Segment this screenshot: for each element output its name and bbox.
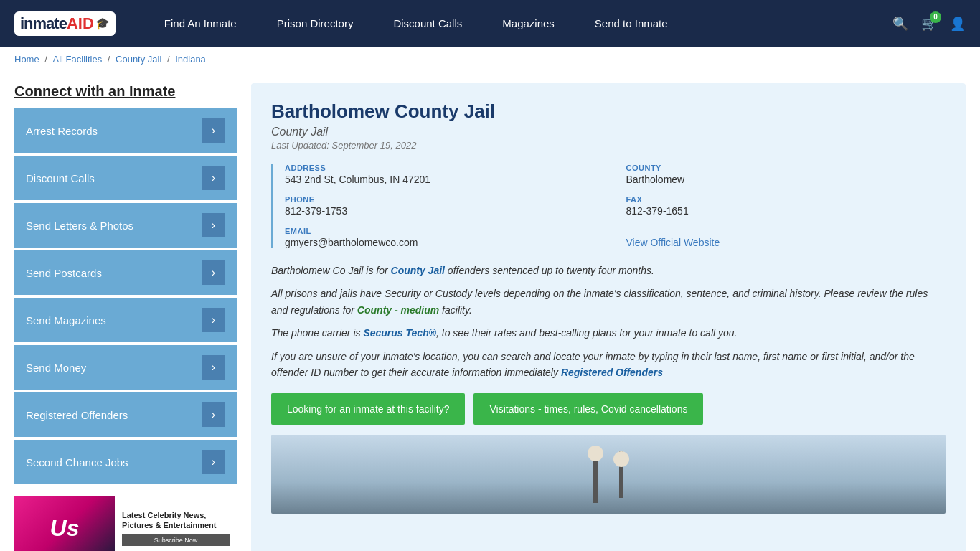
website-spacer (626, 227, 946, 235)
website-block: View Official Website (626, 227, 946, 248)
county-block: COUNTY Bartholomew (626, 164, 946, 185)
light-pole-1 (593, 446, 598, 503)
arrow-icon: › (202, 355, 225, 380)
phone-label: PHONE (285, 195, 605, 204)
website-link[interactable]: View Official Website (626, 237, 720, 248)
address-block: ADDRESS 543 2nd St, Columbus, IN 47201 (285, 164, 605, 185)
ad-text: Latest Celebrity News, Pictures & Entert… (115, 496, 237, 551)
county-jail-link1[interactable]: County Jail (391, 265, 445, 276)
breadcrumb-sep2: / (108, 54, 113, 65)
sidebar-item-second-chance[interactable]: Second Chance Jobs › (14, 440, 237, 484)
sidebar-item-label: Registered Offenders (26, 409, 128, 421)
nav-find-inmate[interactable]: Find An Inmate (144, 1, 257, 45)
nav-icons: 🔍 🛒 0 👤 (892, 16, 966, 32)
facility-image (271, 435, 946, 514)
nav-links: Find An Inmate Prison Directory Discount… (144, 1, 892, 45)
logo[interactable]: inmateAID🎓 (14, 11, 116, 36)
sidebar-title: Connect with an Inmate (14, 83, 237, 100)
nav-magazines[interactable]: Magazines (482, 1, 575, 45)
arrow-icon: › (202, 402, 225, 427)
sidebar-item-send-letters[interactable]: Send Letters & Photos › (14, 203, 237, 248)
cart-button[interactable]: 🛒 0 (921, 16, 937, 32)
sidebar-item-send-postcards[interactable]: Send Postcards › (14, 250, 237, 295)
email-block: EMAIL gmyers@bartholomewco.com (285, 227, 605, 248)
address-value: 543 2nd St, Columbus, IN 47201 (285, 174, 605, 185)
ad-subscribe-button[interactable]: Subscribe Now (122, 534, 230, 546)
nav-prison-directory[interactable]: Prison Directory (257, 1, 374, 45)
address-label: ADDRESS (285, 164, 605, 172)
sidebar-item-label: Send Letters & Photos (26, 220, 133, 232)
desc3: The phone carrier is Securus Tech®, to s… (271, 325, 946, 341)
sidebar-item-label: Send Magazines (26, 314, 106, 326)
logo-hat: 🎓 (95, 17, 110, 30)
ad-image: Us (14, 496, 115, 551)
sidebar-item-send-money[interactable]: Send Money › (14, 345, 237, 390)
breadcrumb-all-facilities[interactable]: All Facilities (53, 54, 103, 65)
ad-headline: Latest Celebrity News, Pictures & Entert… (122, 510, 230, 531)
fax-block: FAX 812-379-1651 (626, 195, 946, 217)
sidebar-item-label: Second Chance Jobs (26, 456, 128, 468)
sidebar-item-send-magazines[interactable]: Send Magazines › (14, 298, 237, 342)
sidebar: Connect with an Inmate Arrest Records › … (14, 83, 237, 551)
sidebar-item-discount-calls[interactable]: Discount Calls › (14, 156, 237, 200)
nav-send-to-inmate[interactable]: Send to Inmate (575, 1, 688, 45)
nav-discount-calls[interactable]: Discount Calls (373, 1, 482, 45)
facility-content: Bartholomew County Jail County Jail Last… (251, 83, 966, 551)
registered-offenders-link[interactable]: Registered Offenders (561, 367, 663, 378)
desc4: If you are unsure of your inmate's locat… (271, 349, 946, 381)
sidebar-ad: Us Latest Celebrity News, Pictures & Ent… (14, 496, 237, 551)
facility-type: County Jail (271, 126, 946, 138)
email-value: gmyers@bartholomewco.com (285, 237, 605, 248)
breadcrumb-sep3: / (167, 54, 172, 65)
user-button[interactable]: 👤 (950, 16, 966, 32)
sidebar-item-registered-offenders[interactable]: Registered Offenders › (14, 392, 237, 437)
desc2: All prisons and jails have Security or C… (271, 286, 946, 318)
email-label: EMAIL (285, 227, 605, 235)
breadcrumb-state[interactable]: Indiana (175, 54, 206, 65)
arrow-icon: › (202, 260, 225, 285)
sidebar-item-arrest-records[interactable]: Arrest Records › (14, 108, 237, 153)
breadcrumb-bar: Home / All Facilities / County Jail / In… (0, 47, 980, 72)
breadcrumb-sep1: / (44, 54, 50, 65)
navigation: inmateAID🎓 Find An Inmate Prison Directo… (0, 0, 980, 47)
facility-title: Bartholomew County Jail (271, 100, 946, 123)
sidebar-item-label: Arrest Records (26, 125, 98, 137)
breadcrumb-home[interactable]: Home (14, 54, 39, 65)
light-pole-2 (619, 451, 623, 498)
search-button[interactable]: 🔍 (892, 16, 908, 32)
arrow-icon: › (202, 166, 225, 190)
sidebar-item-label: Discount Calls (26, 172, 95, 184)
breadcrumb-county-jail[interactable]: County Jail (116, 54, 161, 65)
phone-value: 812-379-1753 (285, 205, 605, 217)
arrow-icon: › (202, 118, 225, 143)
ad-logo: Us (50, 515, 80, 542)
main-layout: Connect with an Inmate Arrest Records › … (0, 72, 980, 551)
phone-block: PHONE 812-379-1753 (285, 195, 605, 217)
securus-link[interactable]: Securus Tech® (363, 327, 436, 339)
fax-label: FAX (626, 195, 946, 204)
arrow-icon: › (202, 308, 225, 332)
sidebar-item-label: Send Money (26, 362, 86, 374)
county-value: Bartholomew (626, 174, 946, 185)
breadcrumb: Home / All Facilities / County Jail / In… (14, 54, 966, 65)
desc1: Bartholomew Co Jail is for County Jail o… (271, 263, 946, 278)
info-grid: ADDRESS 543 2nd St, Columbus, IN 47201 C… (271, 164, 946, 248)
action-buttons: Looking for an inmate at this facility? … (271, 393, 946, 425)
visitation-button[interactable]: Visitations - times, rules, Covid cancel… (473, 393, 703, 425)
facility-image-overlay (271, 435, 946, 514)
cart-badge: 0 (930, 11, 941, 23)
arrow-icon: › (202, 450, 225, 474)
last-updated: Last Updated: September 19, 2022 (271, 140, 946, 151)
county-medium-link[interactable]: County - medium (357, 304, 439, 316)
arrow-icon: › (202, 213, 225, 237)
logo-aid: AID (67, 14, 94, 33)
find-inmate-button[interactable]: Looking for an inmate at this facility? (271, 393, 465, 425)
sidebar-item-label: Send Postcards (26, 267, 102, 279)
county-label: COUNTY (626, 164, 946, 172)
fax-value: 812-379-1651 (626, 205, 946, 217)
logo-text: inmate (20, 14, 67, 33)
